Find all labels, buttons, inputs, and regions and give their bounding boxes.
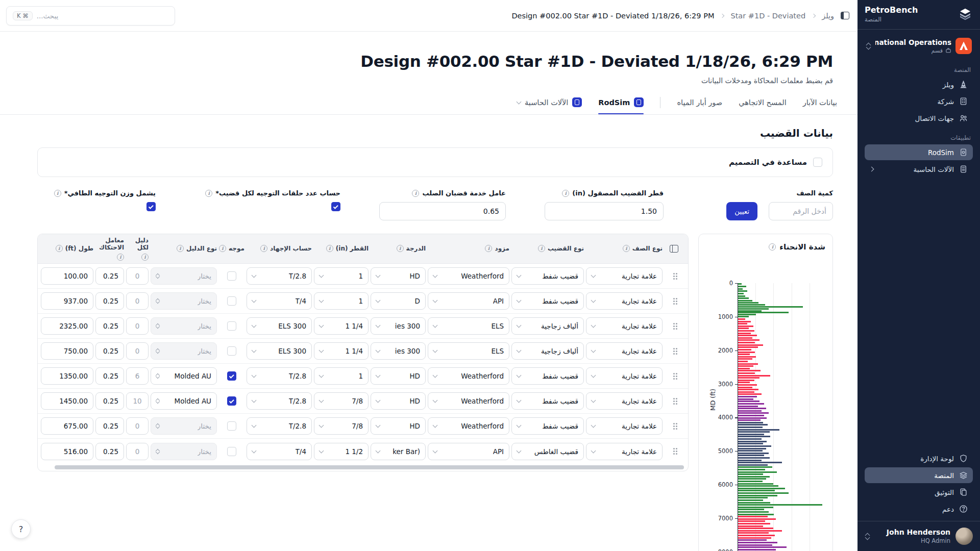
info-icon[interactable]: i — [562, 190, 569, 197]
length-input[interactable]: 1450.00 — [41, 392, 93, 410]
drag-handle-icon[interactable] — [673, 448, 675, 449]
rod-type-select[interactable]: قضيب شفط — [511, 292, 584, 310]
diameter-select[interactable]: 1 — [314, 367, 369, 385]
rod-type-select[interactable]: قضيب شفط — [511, 417, 584, 435]
guides-per-input[interactable]: 0 — [126, 267, 149, 285]
grade-select[interactable]: HD — [371, 392, 426, 410]
info-icon[interactable]: i — [538, 245, 545, 252]
row-type-select[interactable]: علامة تجارية — [586, 443, 663, 460]
diameter-select[interactable]: 1 — [314, 267, 369, 285]
stress-calc-select[interactable]: ELS 300 — [247, 317, 312, 335]
vendor-select[interactable]: API — [428, 292, 509, 310]
row-quantity-input[interactable]: أدخل الرقم — [769, 202, 833, 220]
tab-المسح-الاتجاهي[interactable]: المسح الاتجاهي — [739, 98, 787, 113]
grade-select[interactable]: D — [371, 292, 426, 310]
drag-handle-icon[interactable] — [673, 423, 675, 424]
guide-type-select[interactable]: يختار — [151, 443, 217, 460]
drag-handle-icon[interactable] — [673, 398, 675, 399]
row-type-select[interactable]: علامة تجارية — [586, 367, 663, 385]
sidebar-footer-item-التوثيق[interactable]: التوثيق — [865, 484, 973, 500]
columns-toggle-icon[interactable] — [670, 245, 678, 253]
row-type-select[interactable]: علامة تجارية — [586, 267, 663, 285]
info-icon[interactable]: i — [485, 245, 492, 252]
grade-select[interactable]: HD — [371, 367, 426, 385]
guides-per-input[interactable]: 10 — [126, 392, 149, 410]
design-assist-checkbox[interactable] — [813, 158, 822, 167]
drag-handle-icon[interactable] — [673, 298, 675, 299]
friction-input[interactable]: 0.25 — [95, 392, 124, 410]
vendor-select[interactable]: Weatherford — [428, 392, 509, 410]
stress-calc-select[interactable]: ELS 300 — [247, 342, 312, 360]
buoyant-weight-checkbox[interactable] — [146, 202, 156, 211]
guide-rings-checkbox[interactable] — [331, 202, 340, 211]
length-input[interactable]: 750.00 — [41, 342, 93, 360]
drag-handle-icon[interactable] — [673, 323, 675, 324]
breadcrumb-root[interactable]: ويلز — [822, 12, 834, 20]
search-input[interactable]: يبحث... ⌘ K — [6, 6, 175, 26]
drag-handle-icon[interactable] — [673, 348, 675, 349]
polished-diameter-input[interactable]: 1.50 — [545, 202, 664, 220]
row-type-select[interactable]: علامة تجارية — [586, 417, 663, 435]
sidebar-item-ويلز[interactable]: ويلز — [865, 77, 973, 92]
vendor-select[interactable]: API — [428, 443, 509, 460]
tab-RodSim[interactable]: RodSim — [598, 97, 644, 114]
info-icon[interactable]: i — [623, 245, 630, 252]
length-input[interactable]: 2325.00 — [41, 317, 93, 335]
info-icon[interactable]: i — [326, 245, 333, 252]
length-input[interactable]: 675.00 — [41, 417, 93, 435]
guide-type-select[interactable]: Molded AU — [151, 367, 217, 385]
guides-per-input[interactable]: 0 — [126, 292, 149, 310]
friction-input[interactable]: 0.25 — [95, 317, 124, 335]
scrollbar-thumb[interactable] — [55, 465, 684, 469]
guided-checkbox[interactable] — [227, 346, 236, 356]
guided-checkbox[interactable] — [227, 271, 236, 281]
guide-type-select[interactable]: يختار — [151, 417, 217, 435]
user-menu[interactable]: John Henderson HQ Admin — [857, 521, 980, 551]
sidebar-item-شركة[interactable]: شركة — [865, 93, 973, 109]
grade-select[interactable]: HD — [371, 267, 426, 285]
guided-checkbox[interactable] — [227, 371, 236, 381]
rod-type-select[interactable]: ألياف زجاجية — [511, 342, 584, 360]
sidebar-item-RodSim[interactable]: RodSim — [865, 144, 973, 160]
sidebar-footer-item-المنصة[interactable]: المنصة — [865, 467, 973, 483]
guided-checkbox[interactable] — [227, 447, 236, 456]
length-input[interactable]: 516.00 — [41, 443, 93, 460]
stress-calc-select[interactable]: T/4 — [247, 292, 312, 310]
guide-type-select[interactable]: يختار — [151, 342, 217, 360]
stress-calc-select[interactable]: T/2.8 — [247, 367, 312, 385]
row-type-select[interactable]: علامة تجارية — [586, 317, 663, 335]
tab-صور-أبار-المياه[interactable]: صور أبار المياه — [677, 98, 722, 113]
sidebar-footer-item-دعم[interactable]: دعم — [865, 501, 973, 517]
guides-per-input[interactable]: 0 — [126, 417, 149, 435]
friction-input[interactable]: 0.25 — [95, 292, 124, 310]
set-button[interactable]: تعيين — [726, 202, 757, 220]
length-input[interactable]: 937.00 — [41, 292, 93, 310]
guide-type-select[interactable]: يختار — [151, 292, 217, 310]
diameter-select[interactable]: 1 1/4 — [314, 317, 369, 335]
org-switcher[interactable]: International Operations قسم — [863, 36, 975, 56]
guided-checkbox[interactable] — [227, 421, 236, 431]
drag-handle-icon[interactable] — [673, 373, 675, 374]
stress-calc-select[interactable]: T/2.8 — [247, 392, 312, 410]
info-icon[interactable]: i — [117, 254, 124, 261]
info-icon[interactable]: i — [205, 190, 212, 197]
guides-per-input[interactable]: 0 — [126, 443, 149, 460]
info-icon[interactable]: i — [219, 245, 226, 252]
guides-per-input[interactable]: 6 — [126, 367, 149, 385]
info-icon[interactable]: i — [260, 245, 267, 252]
help-button[interactable]: ? — [11, 519, 31, 539]
guide-type-select[interactable]: يختار — [151, 317, 217, 335]
row-type-select[interactable]: علامة تجارية — [586, 342, 663, 360]
row-type-select[interactable]: علامة تجارية — [586, 292, 663, 310]
info-icon[interactable]: i — [412, 190, 419, 197]
rod-type-select[interactable]: قضيب الغاطس — [511, 443, 584, 460]
grade-select[interactable]: ies 300 — [371, 342, 426, 360]
drag-handle-icon[interactable] — [673, 273, 675, 274]
rod-type-select[interactable]: قضيب شفط — [511, 267, 584, 285]
info-icon[interactable]: i — [177, 245, 184, 252]
info-icon[interactable]: i — [397, 245, 404, 252]
friction-input[interactable]: 0.25 — [95, 443, 124, 460]
friction-input[interactable]: 0.25 — [95, 417, 124, 435]
row-type-select[interactable]: علامة تجارية — [586, 392, 663, 410]
rod-type-select[interactable]: قضيب شفط — [511, 392, 584, 410]
